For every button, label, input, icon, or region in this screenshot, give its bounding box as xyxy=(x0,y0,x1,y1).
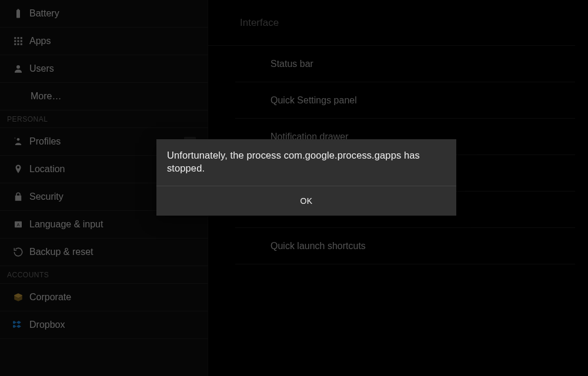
svg-rect-5 xyxy=(21,41,22,42)
content-item-label: Quick launch shortcuts xyxy=(270,241,366,251)
profiles-icon xyxy=(13,135,29,149)
sidebar-category-accounts: ACCOUNTS xyxy=(0,266,208,284)
sidebar-category-label: ACCOUNTS xyxy=(7,271,49,279)
sidebar-item-corporate[interactable]: Corporate xyxy=(0,284,208,311)
svg-point-9 xyxy=(16,65,20,69)
svg-rect-0 xyxy=(14,37,16,39)
sidebar-item-label: Dropbox xyxy=(29,320,65,330)
content-item-quick-launch[interactable]: Quick launch shortcuts xyxy=(235,228,575,264)
error-dialog: Unfortunately, the process com.google.pr… xyxy=(156,139,456,216)
language-icon: A xyxy=(13,217,29,231)
lock-icon xyxy=(13,190,29,204)
svg-rect-3 xyxy=(14,41,16,42)
apps-icon xyxy=(13,34,29,48)
svg-rect-7 xyxy=(18,43,19,45)
sidebar-item-label: Apps xyxy=(29,36,51,46)
backup-icon xyxy=(13,245,29,259)
content-item-label: Quick Settings panel xyxy=(270,95,357,106)
battery-icon xyxy=(13,6,29,21)
svg-rect-4 xyxy=(18,41,19,42)
sidebar-category-label: PERSONAL xyxy=(7,115,48,123)
sidebar-item-label: Battery xyxy=(29,8,59,19)
sidebar-item-apps[interactable]: Apps xyxy=(0,28,208,55)
sidebar-item-dropbox[interactable]: Dropbox xyxy=(0,311,208,339)
settings-screen: Battery Apps Users More… PERSONAL Profil… xyxy=(0,0,588,376)
svg-rect-2 xyxy=(21,37,22,39)
sidebar-item-backup[interactable]: Backup & reset xyxy=(0,239,208,266)
sidebar-item-label: Language & input xyxy=(29,219,103,230)
dialog-ok-label: OK xyxy=(300,196,313,206)
dropbox-icon xyxy=(13,318,29,332)
content-header-label: Interface xyxy=(240,17,279,29)
sidebar-item-users[interactable]: Users xyxy=(0,55,208,83)
svg-rect-1 xyxy=(18,37,19,39)
sidebar-item-label: Security xyxy=(29,192,64,202)
svg-text:A: A xyxy=(16,222,19,227)
content-item-label: Status bar xyxy=(270,59,313,69)
content-item-status-bar[interactable]: Status bar xyxy=(235,46,575,82)
corporate-icon xyxy=(13,290,29,304)
users-icon xyxy=(13,62,29,76)
dialog-message: Unfortunately, the process com.google.pr… xyxy=(156,139,456,186)
sidebar-item-label: Users xyxy=(29,63,54,74)
sidebar-item-battery[interactable]: Battery xyxy=(0,0,208,28)
sidebar-item-more[interactable]: More… xyxy=(0,83,208,110)
sidebar-item-label: More… xyxy=(31,91,61,102)
sidebar-item-label: Corporate xyxy=(29,292,71,303)
sidebar-item-label: Backup & reset xyxy=(29,247,93,257)
sidebar-item-label: Profiles xyxy=(29,136,61,147)
content-header: Interface xyxy=(208,0,575,46)
location-icon xyxy=(13,162,29,176)
svg-point-10 xyxy=(17,138,20,141)
dialog-ok-button[interactable]: OK xyxy=(156,186,456,216)
sidebar-category-personal: PERSONAL xyxy=(0,110,208,128)
content-item-quick-settings[interactable]: Quick Settings panel xyxy=(235,82,575,119)
svg-rect-8 xyxy=(21,43,22,45)
svg-rect-6 xyxy=(14,43,16,45)
sidebar-item-label: Location xyxy=(29,164,65,174)
